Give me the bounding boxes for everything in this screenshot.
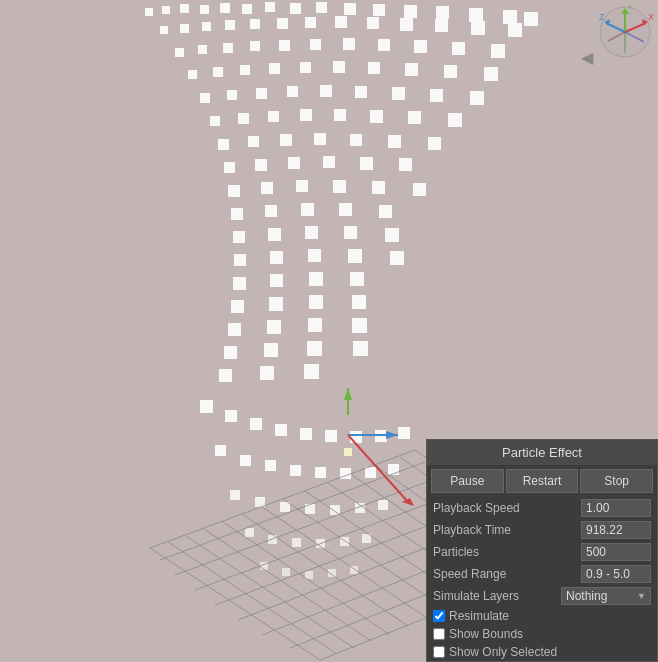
particles-value: 500 — [581, 543, 651, 561]
playback-speed-label: Playback Speed — [433, 501, 581, 515]
svg-rect-104 — [350, 272, 364, 286]
svg-rect-184 — [344, 448, 352, 456]
svg-rect-2 — [180, 4, 189, 13]
simulate-layers-dropdown[interactable]: Nothing — [561, 587, 651, 605]
stop-button[interactable]: Stop — [580, 469, 653, 493]
particle-effect-panel: Particle Effect Pause Restart Stop Playb… — [426, 439, 658, 662]
svg-rect-58 — [470, 91, 484, 105]
svg-rect-16 — [160, 26, 168, 34]
svg-rect-34 — [310, 39, 321, 50]
svg-rect-70 — [314, 133, 326, 145]
svg-rect-92 — [268, 228, 281, 241]
svg-rect-6 — [265, 2, 275, 12]
svg-rect-20 — [250, 19, 260, 29]
svg-rect-107 — [309, 295, 323, 309]
speed-range-value: 0.9 - 5.0 — [581, 565, 651, 583]
pause-button[interactable]: Pause — [431, 469, 504, 493]
svg-rect-21 — [277, 18, 288, 29]
svg-rect-106 — [269, 297, 283, 311]
svg-rect-139 — [280, 502, 290, 512]
svg-line-157 — [175, 477, 440, 575]
svg-rect-108 — [352, 295, 366, 309]
svg-rect-124 — [300, 428, 312, 440]
back-arrow[interactable]: ◀ — [581, 48, 593, 67]
svg-line-166 — [186, 536, 354, 648]
svg-rect-101 — [233, 277, 246, 290]
svg-rect-89 — [339, 203, 352, 216]
svg-rect-7 — [290, 3, 301, 14]
show-only-selected-label: Show Only Selected — [449, 645, 557, 659]
svg-rect-54 — [320, 85, 332, 97]
svg-line-164 — [150, 548, 320, 660]
svg-rect-95 — [385, 228, 399, 242]
svg-rect-1 — [162, 6, 170, 14]
svg-rect-114 — [264, 343, 278, 357]
svg-rect-119 — [304, 364, 319, 379]
svg-rect-94 — [344, 226, 357, 239]
svg-rect-17 — [180, 24, 189, 33]
svg-rect-86 — [231, 208, 243, 220]
svg-rect-29 — [175, 48, 184, 57]
svg-rect-4 — [220, 3, 230, 13]
svg-rect-109 — [228, 323, 241, 336]
svg-rect-100 — [390, 251, 404, 265]
svg-rect-25 — [400, 18, 413, 31]
show-bounds-label: Show Bounds — [449, 627, 523, 641]
svg-rect-115 — [307, 341, 322, 356]
svg-rect-61 — [268, 111, 279, 122]
svg-rect-96 — [234, 254, 246, 266]
simulate-layers-row: Simulate Layers Nothing — [427, 585, 657, 607]
svg-rect-85 — [413, 183, 426, 196]
particles-label: Particles — [433, 545, 581, 559]
svg-rect-116 — [353, 341, 368, 356]
restart-button[interactable]: Restart — [506, 469, 579, 493]
svg-rect-15 — [524, 12, 538, 26]
svg-rect-26 — [435, 19, 448, 32]
orientation-gizmo: X Y Z — [598, 5, 653, 60]
svg-rect-45 — [333, 61, 345, 73]
simulate-layers-label: Simulate Layers — [433, 589, 561, 603]
show-only-selected-checkbox[interactable] — [433, 646, 445, 658]
show-only-selected-row: Show Only Selected — [427, 643, 657, 661]
playback-speed-row: Playback Speed 1.00 — [427, 497, 657, 519]
svg-line-165 — [168, 542, 337, 654]
panel-buttons: Pause Restart Stop — [427, 465, 657, 497]
svg-rect-52 — [256, 88, 267, 99]
svg-rect-137 — [230, 490, 240, 500]
svg-rect-88 — [301, 203, 314, 216]
resimulate-checkbox[interactable] — [433, 610, 445, 622]
show-bounds-row: Show Bounds — [427, 625, 657, 643]
svg-rect-30 — [198, 45, 207, 54]
svg-rect-103 — [309, 272, 323, 286]
svg-rect-132 — [290, 465, 301, 476]
svg-rect-49 — [484, 67, 498, 81]
svg-rect-105 — [231, 300, 244, 313]
svg-rect-55 — [355, 86, 367, 98]
simulate-layers-value: Nothing — [566, 589, 607, 603]
svg-rect-102 — [270, 274, 283, 287]
svg-rect-53 — [287, 86, 298, 97]
svg-rect-13 — [469, 8, 483, 22]
svg-rect-62 — [300, 109, 312, 121]
panel-title: Particle Effect — [427, 440, 657, 465]
svg-text:X: X — [648, 12, 653, 22]
svg-rect-12 — [436, 6, 449, 19]
resimulate-label: Resimulate — [449, 609, 509, 623]
svg-rect-135 — [365, 467, 376, 478]
svg-rect-5 — [242, 4, 252, 14]
svg-rect-23 — [335, 16, 347, 28]
svg-rect-40 — [188, 70, 197, 79]
show-bounds-checkbox[interactable] — [433, 628, 445, 640]
svg-rect-18 — [202, 22, 211, 31]
svg-rect-68 — [248, 136, 259, 147]
svg-rect-152 — [305, 571, 313, 579]
svg-rect-117 — [219, 369, 232, 382]
svg-rect-38 — [452, 42, 465, 55]
svg-rect-48 — [444, 65, 457, 78]
svg-rect-76 — [288, 157, 300, 169]
svg-rect-69 — [280, 134, 292, 146]
svg-rect-14 — [503, 10, 517, 24]
svg-rect-37 — [414, 40, 427, 53]
svg-rect-65 — [408, 111, 421, 124]
svg-rect-110 — [267, 320, 281, 334]
